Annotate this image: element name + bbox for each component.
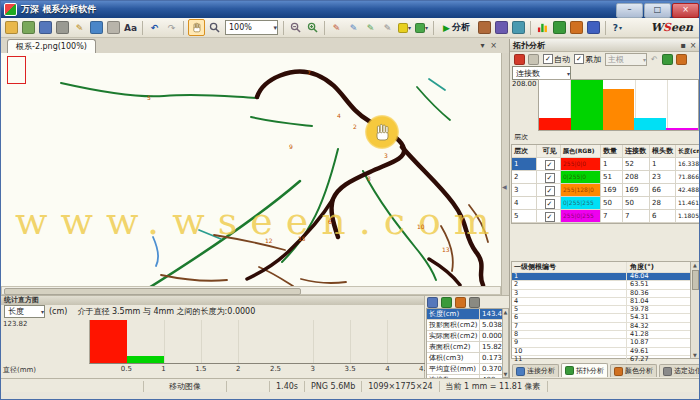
analysis-tab-选定边信息[interactable]: 选定边信息 xyxy=(659,364,700,377)
table-row[interactable]: 654.31 xyxy=(512,314,699,322)
maximize-button[interactable]: □ xyxy=(644,3,671,18)
scrollbar-thumb[interactable] xyxy=(4,288,301,295)
skeleton-tool-icon[interactable] xyxy=(477,20,492,35)
chevron-down-icon[interactable]: ▾ xyxy=(273,24,277,32)
panel-splitter[interactable]: ◀ xyxy=(501,53,509,295)
table-row[interactable]: 实际面积(cm2)0.0000 xyxy=(427,331,503,342)
open-folder-icon[interactable] xyxy=(4,20,19,35)
visible-checkbox-cell[interactable]: ✓ xyxy=(537,158,561,170)
accumulate-checkbox[interactable]: ✓ xyxy=(574,54,584,64)
table-row[interactable]: 4✓0|255|25550502811.4615 xyxy=(512,197,700,210)
visible-checkbox-cell[interactable]: ✓ xyxy=(537,171,561,183)
analysis-tab-颜色分析[interactable]: 颜色分析 xyxy=(610,364,657,377)
level-cell[interactable]: 5 xyxy=(512,210,537,222)
print-icon[interactable] xyxy=(55,20,70,35)
table-row[interactable]: 长度(cm)143.436 xyxy=(427,309,503,320)
edit-pencil-icon[interactable]: ✎ xyxy=(72,20,87,35)
tag-tool-icon[interactable] xyxy=(494,20,509,35)
collapse-arrow-icon[interactable]: ◀ xyxy=(502,183,507,190)
close-button[interactable]: × xyxy=(672,3,699,18)
connect-tool-icon[interactable]: ✎ xyxy=(363,20,378,35)
color-picker-dropdown-icon[interactable]: ▾ xyxy=(397,20,412,35)
import-image-icon[interactable] xyxy=(21,20,36,35)
table-row[interactable]: 1✓255|0|0152116.3388 xyxy=(512,158,700,171)
stats-chart-icon[interactable] xyxy=(535,20,550,35)
scroll-up-icon[interactable]: ▲ xyxy=(503,309,508,315)
auto-checkbox[interactable]: ✓ xyxy=(543,54,553,64)
level-cell[interactable]: 2 xyxy=(512,171,537,183)
zoom-out-icon[interactable] xyxy=(288,20,303,35)
scroll-up-icon[interactable]: ▲ xyxy=(691,262,699,268)
pin-icon[interactable]: ▪ xyxy=(678,41,688,50)
table-row[interactable]: 5✓255|0|2557761.1805 xyxy=(512,210,700,223)
document-tab[interactable]: 根系-2.png(100%) xyxy=(7,39,96,53)
visible-checkbox[interactable]: ✓ xyxy=(545,186,555,196)
zoom-level-combobox[interactable]: 100% ▾ xyxy=(225,20,278,35)
table-row[interactable]: 1049.61 xyxy=(512,348,699,356)
stop-icon[interactable] xyxy=(514,54,525,65)
level-cell[interactable]: 4 xyxy=(512,197,537,209)
scrollbar-thumb[interactable] xyxy=(692,270,699,290)
text-tool-icon[interactable]: Aa xyxy=(123,20,138,35)
image-canvas[interactable]: www.wseen.com 5742938612151013 xyxy=(1,53,501,286)
table-row[interactable]: 481.04 xyxy=(512,298,699,306)
panel-close-icon[interactable]: × xyxy=(688,41,698,50)
chevron-down-icon[interactable]: ▾ xyxy=(41,308,44,315)
excel-small-icon[interactable] xyxy=(662,54,673,65)
export-icon[interactable] xyxy=(89,20,104,35)
excel-export-icon[interactable] xyxy=(441,297,452,308)
export-excel-icon[interactable] xyxy=(552,20,567,35)
erase-root-tool-icon[interactable]: ✎ xyxy=(346,20,361,35)
table-row[interactable]: 表面积(cm2)15.8225 xyxy=(427,342,503,353)
lateral-root-angle-table[interactable]: 一级侧根编号角度(°)146.04263.51380.36481.04539.7… xyxy=(511,261,700,359)
save-results-icon[interactable] xyxy=(427,297,438,308)
tab-close-icon[interactable]: × xyxy=(488,40,499,51)
stats-scrollbar[interactable]: ▲ ▼ xyxy=(502,308,509,378)
hand-pan-tool-icon[interactable] xyxy=(188,19,205,36)
table-row[interactable]: 体积(cm3)0.1738 xyxy=(427,353,503,364)
settings-gear-icon[interactable] xyxy=(469,297,480,308)
analyze-button[interactable]: ▶ 分析 xyxy=(439,20,474,35)
visible-checkbox[interactable]: ✓ xyxy=(545,173,555,183)
undo-icon[interactable]: ↶ xyxy=(147,20,162,35)
measure-combobox[interactable]: 长度 ▾ xyxy=(4,305,45,318)
chevron-down-icon[interactable]: ▾ xyxy=(567,70,570,77)
zoom-tool-icon[interactable] xyxy=(207,20,222,35)
table-row[interactable]: 2✓0|255|0512082371.8669 xyxy=(512,171,700,184)
visible-checkbox[interactable]: ✓ xyxy=(545,199,555,209)
analysis-tab-连接分析[interactable]: 连接分析 xyxy=(512,364,559,377)
undo-small-icon[interactable]: ↶ xyxy=(651,55,658,64)
topology-levels-table[interactable]: 层次可见颜色(RGB)数量连接数根头数长度(cm)1✓255|0|0152116… xyxy=(511,144,700,224)
visible-checkbox-cell[interactable]: ✓ xyxy=(537,210,561,222)
shape-dropdown-icon[interactable]: ▾ xyxy=(414,20,429,35)
visible-checkbox[interactable]: ✓ xyxy=(545,212,555,222)
measure-tool-icon[interactable] xyxy=(511,20,526,35)
table-row[interactable]: 380.36 xyxy=(512,290,699,298)
summary-stats-table[interactable]: 长度(cm)143.436投影面积(cm2)5.0384实际面积(cm2)0.0… xyxy=(426,308,504,380)
level-cell[interactable]: 3 xyxy=(512,184,537,196)
chart-icon[interactable] xyxy=(455,297,466,308)
histogram-measure-combobox[interactable]: 连接数 ▾ xyxy=(512,66,571,80)
scroll-down-icon[interactable]: ▼ xyxy=(691,352,699,358)
chart-small-icon[interactable] xyxy=(676,54,687,65)
visible-checkbox-cell[interactable]: ✓ xyxy=(537,197,561,209)
analysis-tab-拓扑分析[interactable]: 拓扑分析 xyxy=(561,363,608,377)
cut-tool-icon[interactable]: ✎ xyxy=(380,20,395,35)
table-row[interactable]: 841.28 xyxy=(512,331,699,339)
report-icon[interactable] xyxy=(569,20,584,35)
table-row[interactable]: 投影面积(cm2)5.0384 xyxy=(427,320,503,331)
level-cell[interactable]: 1 xyxy=(512,158,537,170)
table-row[interactable]: 784.32 xyxy=(512,323,699,331)
angle-table-scrollbar[interactable]: ▲ ▼ xyxy=(690,262,699,358)
visible-checkbox[interactable]: ✓ xyxy=(545,160,555,170)
table-row[interactable]: 3✓255|128|01691696642.4885 xyxy=(512,184,700,197)
table-row[interactable]: 平均直径(mm)0.370 xyxy=(427,364,503,375)
zoom-in-icon[interactable] xyxy=(305,20,320,35)
table-row[interactable]: 263.51 xyxy=(512,281,699,289)
redo-icon[interactable]: ↷ xyxy=(164,20,179,35)
grid-view-icon[interactable] xyxy=(586,20,601,35)
tab-list-dropdown-icon[interactable]: ▾ xyxy=(477,40,488,51)
scroll-down-icon[interactable]: ▼ xyxy=(503,371,508,377)
table-row[interactable]: 539.78 xyxy=(512,306,699,314)
save-icon[interactable] xyxy=(38,20,53,35)
